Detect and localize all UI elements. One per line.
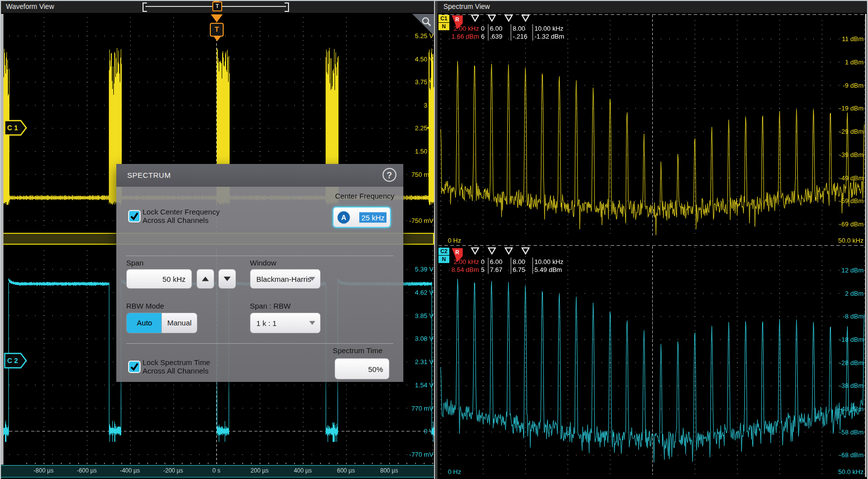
marker-freq-value: 8.00 [513,25,525,32]
trigger-position-arrow-icon[interactable] [211,14,223,22]
lock-center-frequency-text: Lock Center Frequency Across All Channel… [143,208,220,224]
svg-text:R: R [455,16,459,22]
lock-spectrum-time-text: Lock Spectrum Time Across All Channels [143,358,210,375]
marker-freq-value: 0 [481,25,484,32]
marker-ampl-value: 5.49 dBm [534,266,562,273]
spectrum-axis-labels: 12 dBm2 dBm-8 dBm-18 dBm-28 dBm-38 dBm-4… [437,0,864,479]
panel-divider[interactable] [434,0,437,479]
marker-freq-row: 06.008.0010.00 kHz [0,25,868,33]
marker-ampl-value: 5 [481,266,484,273]
freq-end-label: 50.0 kHz [838,237,864,244]
lock-center-frequency-line1: Lock Center Frequency [143,208,220,216]
window-top-edge [0,0,868,1]
spectrum-dialog-body: Center Frequency A 25 kHz Lock Center Fr… [116,187,403,382]
channel-cell[interactable]: C2 [438,248,449,255]
span-value: 50 kHz [162,275,186,283]
time-axis-label: -800 µs [21,467,66,474]
window-label: Window [250,259,276,267]
dbm-axis-label: -48 dBm [839,405,864,412]
marker-triangle-icon[interactable] [504,247,513,255]
marker-freq-value: 6.00 [490,25,502,32]
marker-freq-value: 10.00 kHz [534,258,564,266]
marker-triangle-icon[interactable] [504,14,513,22]
marker-triangle-icon[interactable] [487,247,496,255]
center-frequency-input[interactable]: A 25 kHz [333,207,391,228]
c2-axis-label: 0 V [424,427,434,435]
dbm-axis-label: -68 dBm [839,451,864,459]
marker-column-divider [488,258,488,274]
marker-triangle-icon[interactable] [487,14,496,22]
spectrum-dialog-title: SPECTRUM [127,171,171,179]
marker-ampl-value: -1.32 dBm [534,33,564,40]
marker-triangle-icon[interactable] [521,247,530,255]
c2-axis-label: -770 mV [409,451,434,458]
dialog-divider-1 [126,256,393,256]
pan-bar-trigger-marker[interactable]: T [212,1,222,11]
dbm-axis-label: -18 dBm [839,335,864,343]
freq-start-label: 0 Hz [448,237,461,244]
c1-channel-badge[interactable]: C 1 [4,120,28,136]
marker-triangle-icon[interactable] [471,14,480,22]
rbw-auto-button[interactable]: Auto [127,313,162,333]
span-decrement-button[interactable] [218,269,236,289]
help-button[interactable]: ? [383,168,396,182]
marker-ampl-value: -.216 [513,33,528,40]
channel-cell[interactable]: C1 [438,15,449,22]
dbm-axis-label: 2 dBm [845,289,864,297]
lock-center-frequency-checkbox[interactable] [128,210,141,222]
c2-axis-label: 3.85 V [415,312,434,319]
span-rbw-value: 1 k : 1 [256,319,277,327]
marker-column-divider [532,258,533,274]
dropdown-caret-icon [309,277,315,281]
c2-channel-badge[interactable]: C 2 [4,353,28,369]
pan-bar-right-bracket[interactable] [285,2,289,12]
dbm-axis-label: -28 dBm [839,359,864,366]
window-dropdown[interactable]: Blackman-Harris [250,269,321,289]
spectrum-dialog: SPECTRUM ? Center Frequency A 25 kHz Loc… [116,164,403,382]
time-axis-labels: -800 µs-600 µs-400 µs-200 µs0 s200 µs400… [0,467,434,477]
c2-axis-label: 1.54 V [415,381,434,388]
center-frequency-value[interactable]: 25 kHz [359,212,386,222]
time-axis-label: -200 µs [151,467,195,474]
c2-axis-label: 770 mV [411,404,434,412]
spectrum-dialog-header[interactable]: SPECTRUM ? [116,164,403,187]
span-label: Span [126,259,144,267]
rbw-mode-toggle: Auto Manual [126,313,197,333]
pan-bar-left-bracket[interactable] [143,2,147,12]
time-axis-label: 600 µs [324,467,368,474]
span-input[interactable]: 50 kHz [126,269,192,289]
marker-freq-value: 6.00 [490,258,502,266]
marker-triangle-icon[interactable] [521,14,530,22]
svg-text:C 2: C 2 [7,357,18,365]
marker-ampl-value: 7.67 [490,266,502,273]
span-rbw-dropdown[interactable]: 1 k : 1 [250,313,321,333]
freq-end-label: 50.0 kHz [838,468,864,476]
window-value: Blackman-Harris [256,275,311,283]
horizontal-pan-bar[interactable]: T [143,1,289,12]
spectrum-time-label: Spectrum Time [333,346,383,355]
svg-text:R: R [455,249,459,255]
marker-triangle-icon[interactable] [471,247,480,255]
lock-center-frequency-line2: Across All Channels [143,216,220,224]
dialog-divider-2 [126,343,393,344]
spectrum-time-input[interactable]: 50% [335,358,389,379]
c2-axis-label: 4.62 V [415,288,434,296]
time-axis-label: 0 s [194,467,239,474]
spectrum-right-scrollbar[interactable] [865,14,867,477]
marker-ampl-value: .639 [490,33,502,40]
span-rbw-label: Span : RBW [250,302,291,310]
lock-spectrum-time-line2: Across All Channels [143,367,210,375]
knob-a-badge: A [338,211,350,223]
rbw-manual-button[interactable]: Manual [161,313,197,333]
time-axis-label: 200 µs [238,467,282,474]
time-axis-label: 400 µs [281,467,325,474]
lock-spectrum-time-checkbox[interactable] [128,361,141,373]
span-increment-button[interactable] [196,269,214,289]
tekscope-app: Waveform View T T C 1 C 2 5.25 V4.50 V3.… [0,0,868,479]
marker-column-divider [532,24,533,41]
marker-ampl-value: 6 [481,33,484,40]
c2-axis-label: 2.31 V [415,358,434,366]
svg-text:C 1: C 1 [7,124,18,132]
dbm-axis-label: -58 dBm [839,428,864,435]
time-axis-label: 800 µs [367,467,411,474]
